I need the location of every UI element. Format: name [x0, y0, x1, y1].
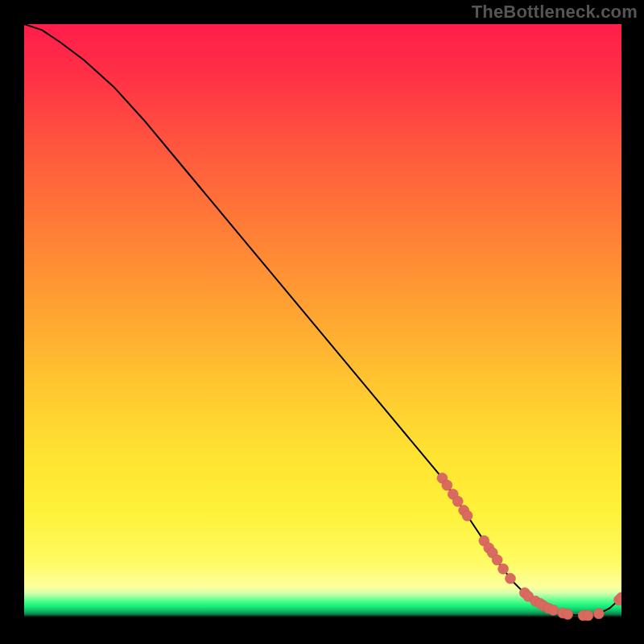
chart-marker: [593, 609, 604, 619]
chart-marker: [498, 564, 509, 574]
chart-plot-area: [24, 24, 621, 621]
chart-marker: [505, 573, 515, 584]
chart-marker: [462, 510, 473, 521]
chart-marker-group: [437, 473, 621, 621]
chart-marker: [583, 610, 593, 621]
chart-series-curve: [24, 24, 621, 616]
watermark-text: TheBottleneck.com: [472, 2, 638, 23]
chart-marker: [548, 605, 559, 615]
chart-marker: [442, 480, 452, 490]
chart-svg: [24, 24, 621, 621]
chart-marker: [563, 609, 573, 620]
chart-marker: [452, 496, 463, 506]
chart-marker: [492, 555, 502, 565]
